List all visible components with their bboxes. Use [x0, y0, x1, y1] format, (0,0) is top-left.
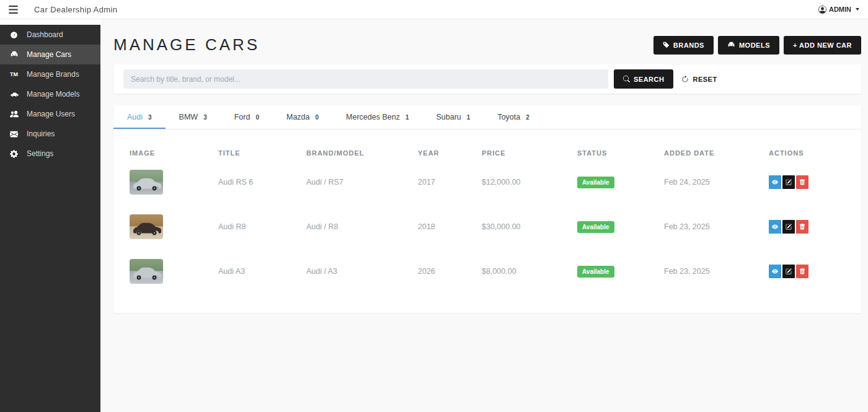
search-icon: [623, 76, 630, 82]
sidebar-item-label: Inquiries: [27, 129, 55, 138]
edit-icon: [786, 179, 792, 185]
person-circle-icon: [818, 6, 826, 14]
sidebar-item-label: Settings: [27, 149, 53, 158]
car-brand-model: Audi / A3: [306, 267, 418, 276]
tab-audi[interactable]: Audi 3: [113, 105, 166, 129]
top-navbar: Car Dealership Admin ADMIN: [0, 0, 868, 19]
car-image-thumbnail: [130, 259, 163, 284]
sidebar-item-settings[interactable]: Settings: [0, 144, 100, 164]
tag-icon: [663, 42, 670, 48]
tab-count-badge: 2: [526, 114, 529, 121]
add-new-car-button[interactable]: + ADD NEW CAR: [784, 36, 861, 55]
car-front-icon: [9, 50, 19, 59]
main-content: MANAGE CARS BRANDS MODELS + ADD NEW CAR: [100, 19, 868, 412]
tab-bmw[interactable]: BMW 3: [166, 105, 221, 129]
sidebar-item-label: Manage Brands: [27, 70, 79, 79]
trash-icon: [799, 179, 805, 185]
sidebar-item-label: Manage Models: [27, 90, 79, 99]
delete-button[interactable]: [796, 175, 808, 189]
view-button[interactable]: [769, 220, 781, 234]
app-title: Car Dealership Admin: [34, 5, 117, 14]
status-badge: Available: [577, 266, 614, 278]
tab-subaru[interactable]: Subaru 1: [423, 105, 484, 129]
sidebar-item-manage-models[interactable]: Manage Models: [0, 84, 100, 104]
car-title: Audi A3: [218, 267, 306, 276]
tab-label: Toyota: [497, 113, 520, 121]
table-row: Audi A3 Audi / A3 2026 $8,000.00 Availab…: [113, 249, 861, 294]
users-icon: [9, 110, 19, 118]
delete-button[interactable]: [796, 265, 808, 278]
tab-count-badge: 1: [467, 114, 471, 121]
trash-icon: [799, 268, 805, 274]
car-side-icon: [9, 90, 19, 99]
hamburger-menu-icon[interactable]: [9, 6, 18, 14]
refresh-icon: [681, 76, 689, 83]
models-button[interactable]: MODELS: [718, 36, 779, 55]
tab-count-badge: 0: [255, 114, 259, 121]
search-input[interactable]: [123, 69, 608, 89]
car-brand-model: Audi / R8: [306, 222, 418, 231]
car-image-thumbnail: [130, 170, 163, 195]
car-added-date: Feb 24, 2025: [664, 178, 769, 186]
tab-ford[interactable]: Ford 0: [221, 105, 273, 129]
sidebar-item-inquiries[interactable]: Inquiries: [0, 124, 100, 144]
column-header: TITLE: [218, 149, 306, 157]
trash-icon: [799, 224, 805, 230]
car-brand-model: Audi / RS7: [306, 178, 418, 186]
status-badge: Available: [577, 221, 614, 233]
status-badge: Available: [577, 177, 614, 188]
caret-down-icon: [856, 8, 859, 11]
car-price: $8,000.00: [482, 267, 577, 276]
car-icon: [727, 41, 735, 49]
eye-icon: [772, 224, 778, 230]
table-row: Audi RS 6 Audi / RS7 2017 $12,000.00 Ava…: [113, 160, 861, 204]
reset-button[interactable]: RESET: [681, 69, 717, 89]
tab-count-badge: 1: [405, 114, 409, 121]
tab-label: Ford: [234, 113, 250, 121]
edit-button[interactable]: [782, 220, 795, 234]
tab-label: Mercedes Benz: [346, 113, 400, 121]
sidebar-item-dashboard[interactable]: Dashboard: [0, 25, 100, 45]
trademark-icon: TM: [9, 71, 19, 77]
search-button-label: SEARCH: [634, 76, 664, 83]
admin-label: ADMIN: [829, 6, 851, 13]
dashboard-icon: [9, 31, 19, 39]
brand-tabs: Audi 3 BMW 3 Ford 0 Mazda 0 Mercedes Ben…: [113, 105, 861, 129]
sidebar-item-label: Manage Cars: [27, 50, 71, 59]
sidebar-item-label: Manage Users: [27, 110, 75, 118]
tab-mazda[interactable]: Mazda 0: [273, 105, 332, 129]
sidebar-item-manage-cars[interactable]: Manage Cars: [0, 45, 100, 64]
sidebar: Dashboard Manage Cars TM Manage Brands M…: [0, 25, 100, 412]
tab-count-badge: 3: [148, 114, 152, 121]
car-title: Audi R8: [218, 222, 306, 231]
edit-button[interactable]: [782, 265, 795, 278]
tab-label: Subaru: [436, 113, 461, 121]
delete-button[interactable]: [796, 220, 808, 234]
car-year: 2017: [418, 178, 482, 186]
edit-button[interactable]: [782, 175, 795, 189]
brands-button-label: BRANDS: [673, 42, 704, 49]
sidebar-item-manage-brands[interactable]: TM Manage Brands: [0, 64, 100, 84]
sidebar-item-manage-users[interactable]: Manage Users: [0, 104, 100, 124]
column-header: ACTIONS: [769, 149, 861, 157]
car-year: 2018: [418, 222, 482, 231]
search-button[interactable]: SEARCH: [614, 69, 673, 89]
brands-button[interactable]: BRANDS: [653, 36, 714, 55]
eye-icon: [772, 179, 778, 185]
envelope-icon: [9, 130, 19, 138]
car-added-date: Feb 23, 2025: [664, 222, 769, 231]
car-added-date: Feb 23, 2025: [664, 267, 769, 276]
admin-dropdown[interactable]: ADMIN: [818, 6, 859, 14]
tab-label: Audi: [127, 113, 143, 121]
view-button[interactable]: [769, 175, 781, 189]
column-header: IMAGE: [130, 149, 218, 157]
tab-toyota[interactable]: Toyota 2: [484, 105, 542, 129]
edit-icon: [786, 268, 792, 274]
column-header: ADDED DATE: [664, 149, 769, 157]
gear-icon: [9, 150, 19, 158]
edit-icon: [786, 224, 792, 230]
search-bar: SEARCH RESET: [113, 64, 861, 94]
add-new-car-label: + ADD NEW CAR: [793, 42, 852, 49]
tab-mercedes-benz[interactable]: Mercedes Benz 1: [332, 105, 422, 129]
view-button[interactable]: [769, 265, 781, 278]
